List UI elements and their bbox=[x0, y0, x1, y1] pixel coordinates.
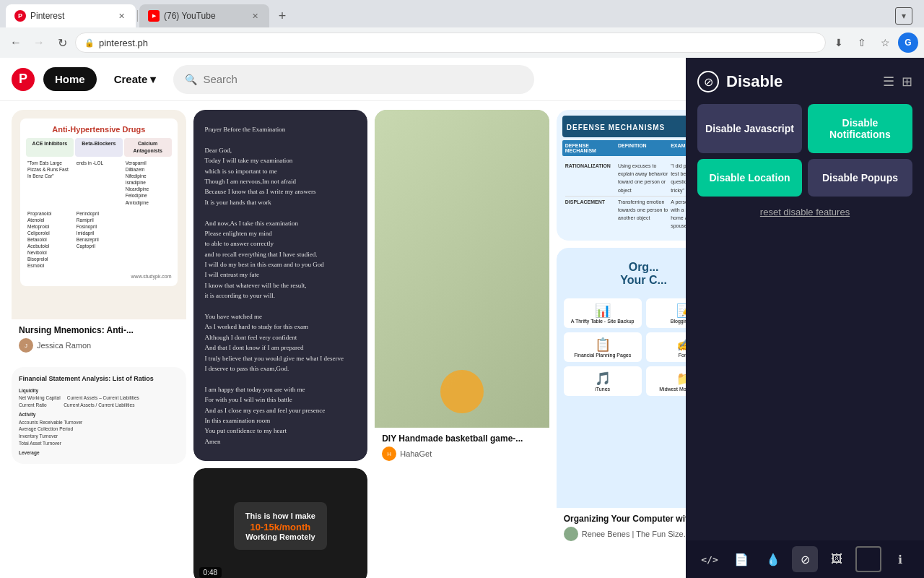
pin-title: Nursing Mnemonics: Anti-... bbox=[19, 325, 179, 335]
author-avatar: J bbox=[19, 338, 33, 353]
pinterest-favicon: P bbox=[14, 10, 26, 22]
document-icon[interactable]: 📄 bbox=[728, 546, 754, 572]
pin-author: H HahaGet bbox=[382, 447, 542, 461]
tab-close-pinterest[interactable]: ✕ bbox=[116, 10, 127, 22]
block-circle-icon: ⊘ bbox=[697, 71, 719, 92]
profile-button[interactable]: G bbox=[898, 33, 918, 53]
address-text: pinterest.ph bbox=[99, 38, 148, 48]
pin-title: DIY Handmade basketball game-... bbox=[382, 434, 542, 444]
create-chevron-icon: ▾ bbox=[150, 73, 156, 86]
pinterest-app: P Home Create ▾ 🔍 Anti-Hypertensive Drug… bbox=[0, 58, 924, 578]
youtube-favicon: ▶ bbox=[148, 10, 160, 22]
forward-button[interactable]: → bbox=[29, 33, 49, 53]
disable-location-button[interactable]: Disable Location bbox=[697, 159, 802, 197]
water-drop-icon[interactable]: 💧 bbox=[760, 546, 786, 572]
browser-toolbar: ← → ↻ 🔒 pinterest.ph ⬇ ⇧ ☆ G bbox=[0, 27, 924, 58]
author-name: Jessica Ramon bbox=[37, 341, 91, 350]
address-bar[interactable]: 🔒 pinterest.ph bbox=[75, 33, 826, 53]
create-label: Create bbox=[114, 73, 148, 85]
tab-bar: P Pinterest ✕ ▶ (76) YouTube ✕ + ▾ bbox=[0, 0, 924, 27]
tab-title-pinterest: Pinterest bbox=[30, 11, 111, 21]
tab-manager-button[interactable]: ▾ bbox=[895, 7, 912, 25]
pin-info: Nursing Mnemonics: Anti-... J Jessica Ra… bbox=[12, 319, 186, 360]
extension-icon-toolbar: </> 📄 💧 ⊘ 🖼 ℹ bbox=[686, 540, 924, 578]
pinterest-logo[interactable]: P bbox=[12, 68, 35, 91]
search-icon: 🔍 bbox=[185, 74, 197, 85]
new-tab-button[interactable]: + bbox=[272, 6, 292, 26]
browser-chrome: P Pinterest ✕ ▶ (76) YouTube ✕ + ▾ ← → ↻… bbox=[0, 0, 924, 58]
disable-popup-header: ⊘ Disable ☰ ⊞ bbox=[686, 58, 924, 104]
bookmark-icon[interactable]: ☆ bbox=[875, 33, 895, 53]
pin-card[interactable]: This is how I make 10-15k/month Working … bbox=[193, 468, 368, 578]
pin-info: DIY Handmade basketball game-... H HahaG… bbox=[375, 428, 549, 468]
download-icon[interactable]: ⬇ bbox=[829, 33, 849, 53]
create-button[interactable]: Create ▾ bbox=[105, 67, 165, 92]
block-icon[interactable]: ⊘ bbox=[792, 546, 818, 572]
video-time-badge: 0:48 bbox=[199, 567, 222, 578]
share-icon[interactable]: ⇧ bbox=[852, 33, 872, 53]
image-icon[interactable]: 🖼 bbox=[824, 546, 850, 572]
tab-pinterest[interactable]: P Pinterest ✕ bbox=[6, 4, 136, 27]
search-bar[interactable]: 🔍 bbox=[173, 65, 534, 94]
tab-youtube[interactable]: ▶ (76) YouTube ✕ bbox=[139, 4, 269, 27]
pin-card[interactable]: DIY Handmade basketball game-... H HahaG… bbox=[375, 110, 549, 468]
tab-close-youtube[interactable]: ✕ bbox=[249, 10, 261, 22]
info-icon[interactable]: ℹ bbox=[887, 546, 913, 572]
back-button[interactable]: ← bbox=[6, 33, 26, 53]
disable-buttons-grid: Disable Javascript Disable Notifications… bbox=[686, 104, 924, 205]
author-name-hahaGet: HahaGet bbox=[400, 449, 432, 458]
pin-author: J Jessica Ramon bbox=[19, 338, 179, 353]
disable-popup: ⊘ Disable ☰ ⊞ Disable Javascript Disable… bbox=[686, 58, 924, 578]
code-icon[interactable]: </> bbox=[697, 546, 723, 572]
reset-disable-link[interactable]: reset disable features bbox=[760, 207, 850, 217]
disable-popups-button[interactable]: Disable Popups bbox=[808, 159, 912, 197]
search-input[interactable] bbox=[203, 73, 523, 85]
pin-card[interactable]: Anti-Hypertensive Drugs ACE Inhibitors B… bbox=[12, 110, 186, 360]
tab-title-youtube: (76) YouTube bbox=[164, 11, 245, 21]
author-avatar bbox=[564, 527, 578, 541]
address-lock-icon: 🔒 bbox=[84, 38, 95, 48]
disable-notifications-button[interactable]: Disable Notifications bbox=[808, 104, 912, 153]
rectangle-outline-icon[interactable] bbox=[855, 546, 881, 572]
grid-icon[interactable]: ⊞ bbox=[902, 74, 912, 90]
home-button[interactable]: Home bbox=[43, 67, 97, 91]
reload-button[interactable]: ↻ bbox=[52, 33, 72, 53]
menu-icon[interactable]: ☰ bbox=[883, 74, 894, 90]
pin-card[interactable]: Financial Statement Analysis: List of Ra… bbox=[12, 367, 186, 464]
author-avatar: H bbox=[382, 447, 396, 461]
author-name-renee: Renee Benes | The Fun Size... bbox=[582, 530, 690, 538]
disable-popup-title: Disable bbox=[726, 72, 783, 91]
pin-card[interactable]: Prayer Before the Examination Dear God, … bbox=[193, 110, 368, 461]
disable-javascript-button[interactable]: Disable Javascript bbox=[697, 104, 802, 153]
tab-separator bbox=[137, 10, 138, 22]
